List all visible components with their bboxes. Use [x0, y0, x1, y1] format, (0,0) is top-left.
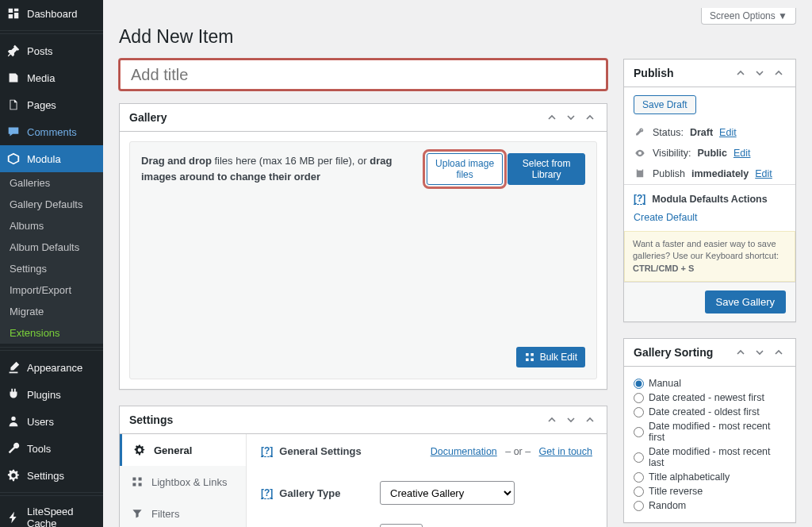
settings-postbox: Settings General [119, 406, 607, 527]
menu-label: LiteSpeed Cache [27, 506, 97, 527]
sort-date-oldest[interactable]: Date created - oldest first [634, 405, 786, 419]
menu-comments[interactable]: Comments [0, 118, 103, 145]
gallery-title: Gallery [129, 111, 167, 124]
modula-icon [6, 152, 21, 166]
schedule-row: Publish immediately Edit [624, 163, 795, 184]
sorting-postbox: Gallery Sorting Manual Date created - ne… [623, 338, 796, 523]
bulk-edit-label: Bulk Edit [540, 352, 577, 363]
help-icon[interactable]: [?] [261, 487, 273, 499]
submenu-gallery-defaults[interactable]: Gallery Defaults [0, 194, 103, 215]
upload-area[interactable]: Drag and drop files here (max 16 MB per … [129, 141, 597, 379]
sort-random[interactable]: Random [634, 498, 786, 513]
menu-label: Tools [27, 443, 51, 455]
tab-general[interactable]: General [120, 434, 246, 466]
submenu-settings[interactable]: Settings [0, 258, 103, 279]
menu-settings[interactable]: Settings [0, 462, 103, 489]
publish-title: Publish [634, 67, 674, 79]
menu-label: Comments [27, 126, 77, 138]
edit-visibility-link[interactable]: Edit [733, 148, 751, 159]
upload-image-files-button[interactable]: Upload image files [427, 153, 503, 185]
title-input[interactable] [119, 59, 607, 90]
page-title: Add New Item [119, 26, 796, 48]
settings-header: Settings [120, 406, 607, 434]
submenu-albums[interactable]: Albums [0, 215, 103, 237]
create-default-link[interactable]: Create Default [634, 212, 698, 223]
move-down-icon[interactable] [564, 413, 578, 427]
move-down-icon[interactable] [564, 110, 578, 125]
tab-label: Filters [151, 508, 179, 520]
menu-litespeed[interactable]: LiteSpeed Cache [0, 499, 103, 527]
bulk-edit-button[interactable]: Bulk Edit [516, 347, 585, 367]
svg-point-0 [11, 417, 15, 421]
sort-modified-recent-first[interactable]: Date modified - most recent first [634, 419, 786, 444]
submenu-extensions[interactable]: Extensions [0, 322, 103, 344]
help-icon[interactable]: [?] [634, 193, 645, 205]
submenu-galleries[interactable]: Galleries [0, 172, 103, 194]
dashboard-icon [6, 6, 21, 21]
edit-schedule-link[interactable]: Edit [755, 168, 772, 179]
calendar-icon [634, 168, 646, 179]
move-up-icon[interactable] [733, 66, 748, 80]
sort-date-newest[interactable]: Date created - newest first [634, 390, 786, 405]
menu-label: Plugins [27, 389, 61, 401]
menu-posts[interactable]: Posts [0, 37, 103, 64]
help-icon[interactable]: [?] [261, 445, 273, 457]
toggle-icon[interactable] [583, 110, 597, 125]
submenu-album-defaults[interactable]: Album Defaults [0, 237, 103, 258]
select-from-library-button[interactable]: Select from Library [508, 153, 585, 185]
main-content: Screen Options ▼ Add New Item Gallery [103, 0, 812, 527]
submenu-modula: Galleries Gallery Defaults Albums Album … [0, 172, 103, 344]
media-icon [6, 71, 21, 85]
menu-media[interactable]: Media [0, 64, 103, 91]
menu-tools[interactable]: Tools [0, 435, 103, 462]
move-down-icon[interactable] [753, 66, 767, 80]
gutter-input[interactable] [380, 524, 423, 527]
docs-link[interactable]: Documentation [431, 446, 497, 457]
settings-content: [?] General Settings Documentation – or … [247, 434, 607, 527]
setting-row-type: [?] Gallery Type Creative Gallery [261, 471, 592, 514]
gallery-header: Gallery [120, 104, 607, 132]
edit-status-link[interactable]: Edit [719, 127, 737, 138]
toggle-icon[interactable] [583, 413, 597, 427]
brush-icon [6, 360, 21, 375]
pin-icon [6, 44, 21, 58]
menu-separator [0, 492, 103, 496]
sort-manual[interactable]: Manual [634, 376, 786, 390]
plug-icon [6, 387, 21, 402]
sort-title-alpha[interactable]: Title alphabetically [634, 470, 786, 484]
screen-options-button[interactable]: Screen Options ▼ [701, 8, 796, 25]
tab-lightbox[interactable]: Lightbox & Links [120, 466, 246, 498]
menu-users[interactable]: Users [0, 408, 103, 435]
gallery-type-select[interactable]: Creative Gallery [380, 481, 515, 505]
user-icon [6, 414, 21, 429]
grid-icon [131, 475, 144, 488]
submenu-import-export[interactable]: Import/Export [0, 279, 103, 301]
contact-link[interactable]: Get in touch [539, 446, 592, 457]
menu-pages[interactable]: Pages [0, 91, 103, 118]
sorting-options: Manual Date created - newest first Date … [624, 367, 795, 522]
grid-icon [524, 352, 535, 363]
setting-label-text: Gallery Type [279, 487, 340, 499]
move-up-icon[interactable] [545, 110, 559, 125]
menu-plugins[interactable]: Plugins [0, 381, 103, 408]
menu-modula[interactable]: Modula [0, 145, 103, 172]
save-gallery-button[interactable]: Save Gallery [705, 290, 786, 314]
move-up-icon[interactable] [545, 413, 559, 427]
sort-title-reverse[interactable]: Title reverse [634, 484, 786, 498]
menu-label: Modula [27, 153, 61, 165]
move-up-icon[interactable] [733, 345, 748, 360]
tab-filters[interactable]: Filters [120, 498, 246, 527]
toggle-icon[interactable] [772, 66, 786, 80]
page-icon [6, 98, 21, 112]
settings-title: Settings [129, 414, 173, 426]
move-down-icon[interactable] [753, 345, 767, 360]
toggle-icon[interactable] [772, 345, 786, 360]
sort-modified-recent-last[interactable]: Date modified - most recent last [634, 444, 786, 470]
submenu-migrate[interactable]: Migrate [0, 301, 103, 322]
menu-dashboard[interactable]: Dashboard [0, 0, 103, 27]
sorting-header: Gallery Sorting [624, 339, 795, 367]
settings-tabs: General Lightbox & Links Filters [120, 434, 247, 527]
save-draft-button[interactable]: Save Draft [634, 95, 696, 114]
menu-separator [0, 30, 103, 34]
menu-appearance[interactable]: Appearance [0, 354, 103, 381]
